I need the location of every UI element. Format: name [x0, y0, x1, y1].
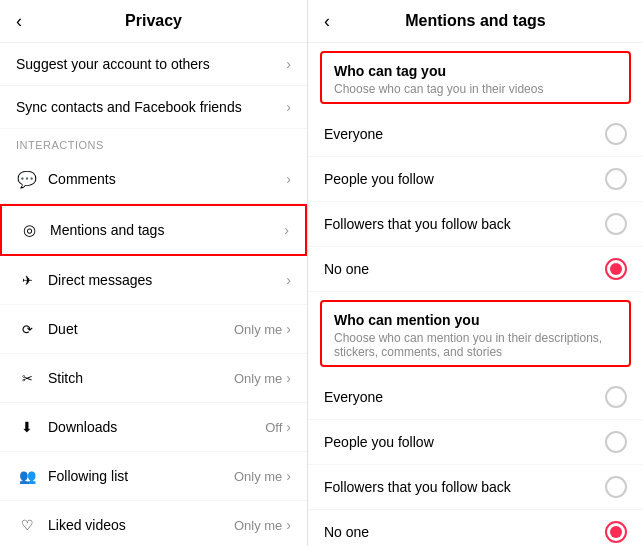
downloads-label: Downloads [48, 419, 265, 435]
mention-none-item[interactable]: No one [308, 510, 643, 546]
privacy-header: ‹ Privacy [0, 0, 307, 43]
suggest-chevron: › [286, 56, 291, 72]
sync-label: Sync contacts and Facebook friends [16, 99, 286, 115]
who-can-tag-box: Who can tag you Choose who can tag you i… [320, 51, 631, 104]
who-can-tag-title: Who can tag you [334, 63, 617, 79]
mention-followers-item[interactable]: Followers that you follow back [308, 465, 643, 510]
mention-everyone-item[interactable]: Everyone [308, 375, 643, 420]
tag-everyone-item[interactable]: Everyone [308, 112, 643, 157]
following-chevron: › [286, 468, 291, 484]
privacy-panel: ‹ Privacy Suggest your account to others… [0, 0, 308, 546]
mention-followers-label: Followers that you follow back [324, 479, 605, 495]
mentions-panel: ‹ Mentions and tags Who can tag you Choo… [308, 0, 643, 546]
comments-item[interactable]: 💬 Comments › [0, 155, 307, 204]
mention-followers-radio[interactable] [605, 476, 627, 498]
mentions-header: ‹ Mentions and tags [308, 0, 643, 43]
mentions-chevron: › [284, 222, 289, 238]
following-value: Only me [234, 469, 282, 484]
tag-followers-label: Followers that you follow back [324, 216, 605, 232]
tag-everyone-radio[interactable] [605, 123, 627, 145]
direct-item[interactable]: ✈ Direct messages › [0, 256, 307, 305]
tag-none-item[interactable]: No one [308, 247, 643, 292]
mentions-icon: ◎ [18, 219, 40, 241]
privacy-title: Privacy [125, 12, 182, 30]
suggest-item[interactable]: Suggest your account to others › [0, 43, 307, 86]
downloads-value: Off [265, 420, 282, 435]
following-icon: 👥 [16, 465, 38, 487]
mention-everyone-label: Everyone [324, 389, 605, 405]
stitch-icon: ✂ [16, 367, 38, 389]
stitch-value: Only me [234, 371, 282, 386]
duet-icon: ⟳ [16, 318, 38, 340]
mentions-item[interactable]: ◎ Mentions and tags › [0, 204, 307, 256]
downloads-item[interactable]: ⬇ Downloads Off › [0, 403, 307, 452]
duet-item[interactable]: ⟳ Duet Only me › [0, 305, 307, 354]
comments-icon: 💬 [16, 168, 38, 190]
duet-chevron: › [286, 321, 291, 337]
tag-none-label: No one [324, 261, 605, 277]
mention-follow-item[interactable]: People you follow [308, 420, 643, 465]
tag-none-radio[interactable] [605, 258, 627, 280]
who-can-mention-desc: Choose who can mention you in their desc… [334, 331, 617, 359]
duet-value: Only me [234, 322, 282, 337]
downloads-icon: ⬇ [16, 416, 38, 438]
liked-item[interactable]: ♡ Liked videos Only me › [0, 501, 307, 546]
suggest-label: Suggest your account to others [16, 56, 286, 72]
tag-follow-label: People you follow [324, 171, 605, 187]
mention-none-label: No one [324, 524, 605, 540]
mention-everyone-radio[interactable] [605, 386, 627, 408]
stitch-label: Stitch [48, 370, 234, 386]
tag-followers-radio[interactable] [605, 213, 627, 235]
liked-label: Liked videos [48, 517, 234, 533]
direct-chevron: › [286, 272, 291, 288]
stitch-item[interactable]: ✂ Stitch Only me › [0, 354, 307, 403]
duet-label: Duet [48, 321, 234, 337]
sync-item[interactable]: Sync contacts and Facebook friends › [0, 86, 307, 129]
tag-followers-item[interactable]: Followers that you follow back [308, 202, 643, 247]
interactions-section-label: INTERACTIONS [0, 129, 307, 155]
sync-chevron: › [286, 99, 291, 115]
tag-everyone-label: Everyone [324, 126, 605, 142]
mention-follow-label: People you follow [324, 434, 605, 450]
direct-label: Direct messages [48, 272, 286, 288]
tag-follow-radio[interactable] [605, 168, 627, 190]
who-can-mention-box: Who can mention you Choose who can menti… [320, 300, 631, 367]
who-can-tag-desc: Choose who can tag you in their videos [334, 82, 617, 96]
mention-follow-radio[interactable] [605, 431, 627, 453]
back-icon-left[interactable]: ‹ [16, 11, 22, 32]
mentions-title: Mentions and tags [405, 12, 545, 30]
back-icon-right[interactable]: ‹ [324, 11, 330, 32]
following-label: Following list [48, 468, 234, 484]
tag-follow-item[interactable]: People you follow [308, 157, 643, 202]
mentions-label: Mentions and tags [50, 222, 284, 238]
mention-none-radio[interactable] [605, 521, 627, 543]
direct-icon: ✈ [16, 269, 38, 291]
stitch-chevron: › [286, 370, 291, 386]
comments-label: Comments [48, 171, 286, 187]
who-can-mention-title: Who can mention you [334, 312, 617, 328]
downloads-chevron: › [286, 419, 291, 435]
following-item[interactable]: 👥 Following list Only me › [0, 452, 307, 501]
liked-icon: ♡ [16, 514, 38, 536]
liked-chevron: › [286, 517, 291, 533]
comments-chevron: › [286, 171, 291, 187]
liked-value: Only me [234, 518, 282, 533]
